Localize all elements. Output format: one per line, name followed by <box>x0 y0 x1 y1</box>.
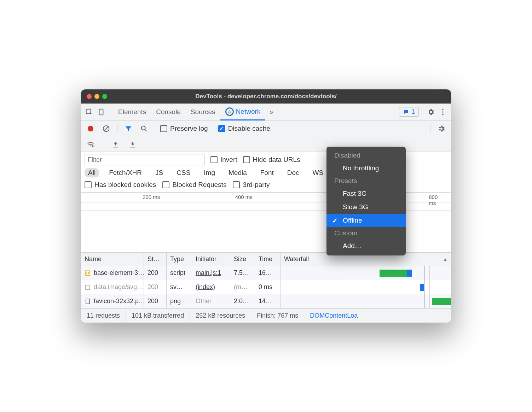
issues-button[interactable]: 1 <box>399 107 419 117</box>
checkbox-icon <box>162 181 169 188</box>
col-size[interactable]: Size <box>230 253 255 266</box>
kebab-menu-icon[interactable] <box>437 106 449 118</box>
hide-data-urls-label: Hide data URLs <box>253 156 300 164</box>
tab-network[interactable]: Network <box>220 104 266 120</box>
row-time: 0 ms <box>255 280 281 294</box>
device-toggle-icon[interactable] <box>95 106 107 118</box>
row-time: 16… <box>255 266 281 280</box>
filter-type-doc[interactable]: Doc <box>284 168 303 177</box>
table-row[interactable]: data:image/svg… 200 sv… (index) (m… 0 ms <box>81 280 451 294</box>
preserve-log-checkbox[interactable]: Preserve log <box>160 125 208 133</box>
dd-item-add[interactable]: Add… <box>326 239 406 253</box>
checkbox-icon <box>210 156 218 163</box>
row-size: 2.0… <box>230 294 255 308</box>
filter-type-css[interactable]: CSS <box>173 168 194 177</box>
third-party-checkbox[interactable]: 3rd-party <box>233 181 270 189</box>
clear-icon[interactable] <box>100 123 112 135</box>
svg-line-8 <box>104 126 109 131</box>
filter-type-fetchxhr[interactable]: Fetch/XHR <box>105 168 145 177</box>
script-file-icon <box>85 270 91 276</box>
filter-type-js[interactable]: JS <box>152 168 167 177</box>
separator <box>213 124 213 133</box>
row-initiator[interactable]: (index) <box>196 283 215 291</box>
separator <box>110 107 110 117</box>
filter-type-all[interactable]: All <box>85 168 99 177</box>
svg-rect-13 <box>86 285 90 289</box>
col-type[interactable]: Type <box>167 253 192 266</box>
has-blocked-cookies-checkbox[interactable]: Has blocked cookies <box>85 181 156 189</box>
dd-section-disabled: Disabled <box>326 149 406 161</box>
svg-point-9 <box>141 126 145 130</box>
checkbox-icon <box>160 125 167 132</box>
tab-console[interactable]: Console <box>151 104 186 120</box>
separator <box>430 124 430 133</box>
search-icon[interactable] <box>138 123 150 135</box>
svg-rect-1 <box>99 109 103 115</box>
row-waterfall <box>281 280 451 294</box>
request-table: Name St… Type Initiator Size Time Waterf… <box>81 253 451 308</box>
dd-section-presets: Presets <box>326 175 406 187</box>
has-blocked-cookies-label: Has blocked cookies <box>94 181 156 189</box>
row-status: 200 <box>144 266 167 280</box>
status-finish: Finish: 767 ms <box>251 309 304 323</box>
row-waterfall <box>281 294 451 308</box>
row-size: 7.5… <box>230 266 255 280</box>
close-icon[interactable] <box>87 94 92 99</box>
dd-item-offline[interactable]: Offline <box>326 214 406 227</box>
col-status[interactable]: St… <box>144 253 167 266</box>
third-party-label: 3rd-party <box>243 181 270 189</box>
separator <box>155 124 155 133</box>
maximize-icon[interactable] <box>102 94 107 99</box>
tab-network-label: Network <box>236 108 261 116</box>
row-initiator[interactable]: main.js:1 <box>196 269 221 277</box>
inspect-icon[interactable] <box>83 106 95 118</box>
issues-count: 1 <box>411 108 415 116</box>
image-file-icon <box>85 284 91 290</box>
status-resources: 252 kB resources <box>190 309 251 323</box>
svg-rect-14 <box>86 299 90 304</box>
minimize-icon[interactable] <box>94 94 99 99</box>
record-button[interactable] <box>85 123 97 135</box>
disable-cache-checkbox[interactable]: Disable cache <box>218 125 270 133</box>
tick-label: 400 ms <box>235 194 253 200</box>
preserve-log-label: Preserve log <box>170 125 208 133</box>
col-initiator[interactable]: Initiator <box>192 253 230 266</box>
settings-icon[interactable] <box>425 106 437 118</box>
tab-sources[interactable]: Sources <box>186 104 220 120</box>
filter-input[interactable] <box>85 154 205 165</box>
checkbox-icon <box>85 181 92 188</box>
invert-checkbox[interactable]: Invert <box>210 156 237 164</box>
filter-type-img[interactable]: Img <box>200 168 219 177</box>
col-name[interactable]: Name <box>81 253 144 266</box>
checkbox-icon <box>243 156 250 163</box>
tick-label: 200 ms <box>143 194 160 200</box>
network-conditions-icon[interactable] <box>85 139 97 151</box>
filter-icon[interactable] <box>122 123 134 135</box>
download-icon[interactable] <box>127 139 139 151</box>
filter-type-font[interactable]: Font <box>257 168 277 177</box>
separator <box>422 107 422 117</box>
filter-type-ws[interactable]: WS <box>309 168 327 177</box>
blocked-requests-checkbox[interactable]: Blocked Requests <box>162 181 226 189</box>
dd-item-no-throttling[interactable]: No throttling <box>326 161 406 175</box>
blocked-requests-label: Blocked Requests <box>172 181 226 189</box>
more-tabs-icon[interactable]: » <box>265 106 277 118</box>
dd-item-fast-3g[interactable]: Fast 3G <box>326 187 406 200</box>
table-row[interactable]: base-element-3… 200 script main.js:1 7.5… <box>81 266 451 280</box>
upload-icon[interactable] <box>110 139 122 151</box>
row-initiator: Other <box>192 294 230 308</box>
dd-item-slow-3g[interactable]: Slow 3G <box>326 200 406 214</box>
network-settings-icon[interactable] <box>435 123 447 135</box>
col-time[interactable]: Time <box>255 253 281 266</box>
filter-type-media[interactable]: Media <box>225 168 250 177</box>
separator <box>117 124 117 133</box>
status-domcontentloaded[interactable]: DOMContentLoa <box>304 309 363 323</box>
hide-data-urls-checkbox[interactable]: Hide data URLs <box>243 156 300 164</box>
devtools-window: DevTools - developer.chrome.com/docs/dev… <box>81 89 451 323</box>
row-type: script <box>167 266 192 280</box>
table-row[interactable]: favicon-32x32.p… 200 png Other 2.0… 14… <box>81 294 451 308</box>
row-type: sv… <box>167 280 192 294</box>
svg-point-11 <box>92 145 94 147</box>
tab-elements[interactable]: Elements <box>113 104 151 120</box>
row-status: 200 <box>144 294 167 308</box>
